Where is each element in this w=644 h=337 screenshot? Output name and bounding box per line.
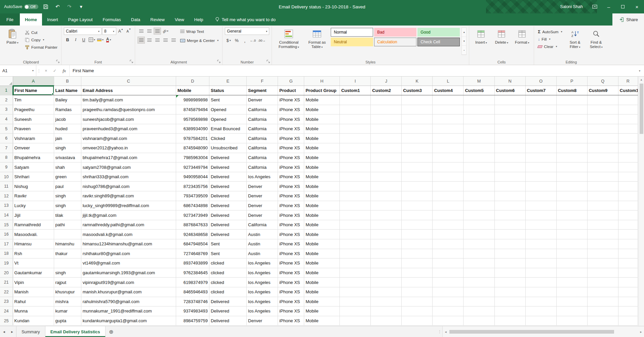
cell-N18[interactable] xyxy=(494,249,525,258)
cell-C2[interactable]: tim.baily@gmail.com xyxy=(81,95,176,105)
customize-quick-access-button[interactable]: ▾ xyxy=(77,2,85,11)
cell-D24[interactable]: 9374983493 xyxy=(176,306,209,316)
cell-R1[interactable]: Custom10 xyxy=(618,86,638,95)
col-header-E[interactable]: E xyxy=(209,77,246,86)
cell-J14[interactable] xyxy=(371,210,402,220)
cell-R5[interactable] xyxy=(618,124,638,134)
cell-E4[interactable]: Opened xyxy=(209,114,246,124)
cell-G4[interactable]: iPhone XS xyxy=(278,114,304,124)
cell-G8[interactable]: iPhone XS xyxy=(278,153,304,162)
gallery-more-icon[interactable]: ▪ xyxy=(462,46,466,55)
cell-B21[interactable]: rajput xyxy=(54,278,81,287)
cell-O17[interactable] xyxy=(525,239,556,249)
gallery-up-icon[interactable]: ▲ xyxy=(462,28,466,37)
insert-function-button[interactable]: fx xyxy=(59,65,69,76)
col-header-J[interactable]: J xyxy=(371,77,402,86)
fill-handle[interactable] xyxy=(52,93,54,95)
cell-Q19[interactable] xyxy=(587,258,618,268)
cell-I8[interactable] xyxy=(340,153,371,162)
cell-O10[interactable] xyxy=(525,172,556,182)
cell-R15[interactable] xyxy=(618,220,638,230)
cell-P13[interactable] xyxy=(556,201,587,210)
cell-L22[interactable] xyxy=(433,287,464,297)
cell-style-neutral[interactable]: Neutral xyxy=(331,38,373,46)
font-name-combo[interactable]: Calibri ▾ xyxy=(64,28,102,35)
cell-A20[interactable]: Gautamkumar xyxy=(13,268,54,278)
cell-B22[interactable]: khusrupur xyxy=(54,287,81,297)
cell-O16[interactable] xyxy=(525,230,556,239)
cell-M2[interactable] xyxy=(464,95,494,105)
cell-M22[interactable] xyxy=(464,287,494,297)
cell-N16[interactable] xyxy=(494,230,525,239)
cell-Q23[interactable] xyxy=(587,297,618,306)
ribbon-tab-review[interactable]: Review xyxy=(145,13,170,26)
cell-F7[interactable]: California xyxy=(247,143,278,153)
cell-O4[interactable] xyxy=(525,114,556,124)
cell-R23[interactable] xyxy=(618,297,638,306)
cell-B16[interactable] xyxy=(54,230,81,239)
cell-Q8[interactable] xyxy=(587,153,618,162)
cell-I18[interactable] xyxy=(340,249,371,258)
cell-C23[interactable]: rahulmishra5790@gmail.com xyxy=(81,297,176,306)
cell-B18[interactable]: thakur xyxy=(54,249,81,258)
cell-R16[interactable] xyxy=(618,230,638,239)
cell-D21[interactable]: 6198374979 xyxy=(176,278,209,287)
cell-O22[interactable] xyxy=(525,287,556,297)
cell-B1[interactable]: Last Name xyxy=(54,86,81,95)
cell-L2[interactable] xyxy=(433,95,464,105)
cell-F15[interactable]: California xyxy=(247,220,278,230)
save-button[interactable] xyxy=(41,2,50,11)
cell-L15[interactable] xyxy=(433,220,464,230)
cell-N12[interactable] xyxy=(494,191,525,201)
cell-J24[interactable] xyxy=(371,306,402,316)
cell-H5[interactable]: Mobile xyxy=(304,124,340,134)
cell-K18[interactable] xyxy=(402,249,433,258)
col-header-Q[interactable]: Q xyxy=(587,77,618,86)
cell-I24[interactable] xyxy=(340,306,371,316)
font-size-combo[interactable]: 8 ▾ xyxy=(102,28,116,35)
cell-L11[interactable] xyxy=(433,182,464,191)
cell-H3[interactable]: Mobile xyxy=(304,105,340,114)
col-header-O[interactable]: O xyxy=(525,77,556,86)
cell-N5[interactable] xyxy=(494,124,525,134)
cell-H20[interactable]: Mobile xyxy=(304,268,340,278)
col-header-D[interactable]: D xyxy=(176,77,209,86)
cell-G14[interactable]: iPhone XS xyxy=(278,210,304,220)
cell-E6[interactable]: Clicked xyxy=(209,134,246,143)
cell-H23[interactable]: Mobile xyxy=(304,297,340,306)
cell-R22[interactable] xyxy=(618,287,638,297)
sheet-nav-next-button[interactable]: ▸ xyxy=(8,326,16,337)
cell-D18[interactable]: 7274648769 xyxy=(176,249,209,258)
cell-J15[interactable] xyxy=(371,220,402,230)
gallery-scroll[interactable]: ▲ ▼ ▪ xyxy=(461,28,467,55)
cell-L16[interactable] xyxy=(433,230,464,239)
cell-H17[interactable]: Mobile xyxy=(304,239,340,249)
close-button[interactable]: × xyxy=(630,0,644,13)
horizontal-scrollbar[interactable]: ◂ ▸ xyxy=(442,326,644,337)
ribbon-tab-file[interactable]: File xyxy=(0,13,20,26)
cell-H1[interactable]: Product Group xyxy=(304,86,340,95)
cell-D12[interactable]: 7934739509 xyxy=(176,191,209,201)
cell-B24[interactable]: kumar xyxy=(54,306,81,316)
cell-P7[interactable] xyxy=(556,143,587,153)
col-header-I[interactable]: I xyxy=(340,77,371,86)
cell-A18[interactable]: Rsh xyxy=(13,249,54,258)
cell-M25[interactable] xyxy=(464,316,494,326)
cell-N22[interactable] xyxy=(494,287,525,297)
cell-M17[interactable] xyxy=(464,239,494,249)
col-header-A[interactable]: A xyxy=(13,77,54,86)
cell-C7[interactable]: omveer2012@yahoo.in xyxy=(81,143,176,153)
top-align-button[interactable] xyxy=(137,28,145,35)
cell-P23[interactable] xyxy=(556,297,587,306)
cell-Q4[interactable] xyxy=(587,114,618,124)
maximize-button[interactable] xyxy=(616,0,630,13)
cell-K9[interactable] xyxy=(402,162,433,172)
cell-E21[interactable]: clicked xyxy=(209,278,246,287)
cell-Q5[interactable] xyxy=(587,124,618,134)
cell-style-calculation[interactable]: Calculation xyxy=(374,38,416,46)
format-painter-button[interactable]: Format Painter xyxy=(24,44,59,51)
cell-C3[interactable]: prageethu.ramdas@questionpro.com xyxy=(81,105,176,114)
cell-E10[interactable]: Delivered xyxy=(209,172,246,182)
cell-F5[interactable]: California xyxy=(247,124,278,134)
cell-K6[interactable] xyxy=(402,134,433,143)
